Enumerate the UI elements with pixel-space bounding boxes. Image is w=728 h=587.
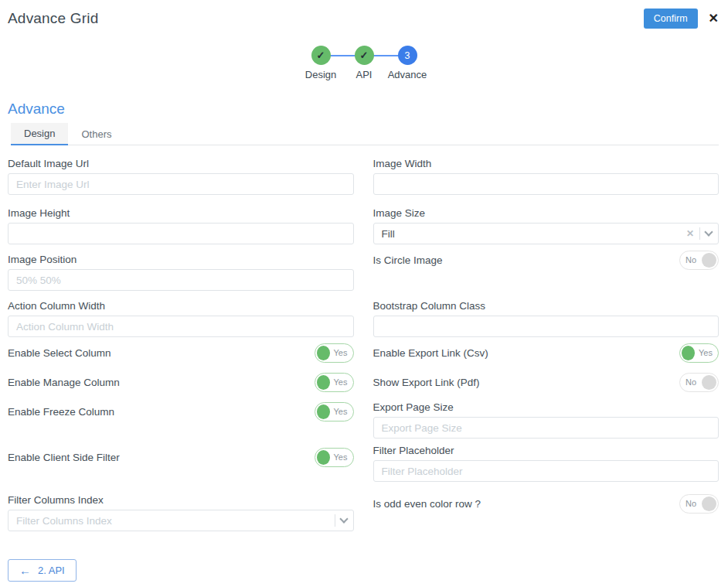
toggle-state-label: No: [682, 377, 700, 387]
tab-others[interactable]: Others: [68, 124, 124, 145]
enable-export-link-csv-toggle[interactable]: Yes: [679, 343, 719, 363]
is-odd-even-color-row-toggle[interactable]: No: [679, 494, 719, 514]
footer: ← 2. API: [8, 559, 728, 582]
action-column-width-input[interactable]: [8, 316, 354, 337]
field-export-page-size: Export Page Size: [373, 401, 719, 439]
toggle-state-label: Yes: [330, 407, 352, 416]
left-arrow-icon: ←: [19, 565, 31, 576]
toggle-state-label: Yes: [330, 348, 352, 357]
header: Advance Grid Confirm ✕: [0, 0, 728, 35]
back-to-api-button[interactable]: ← 2. API: [8, 559, 77, 582]
toggle-row-enable-select-column: Enable Select Column Yes: [8, 342, 354, 363]
field-filter-placeholder: Filter Placeholder: [373, 445, 719, 482]
field-action-column-width: Action Column Width: [8, 300, 354, 337]
step-api: ✓ API: [342, 46, 386, 80]
step-label-design: Design: [305, 69, 336, 80]
toggle-label: Enable Select Column: [8, 347, 111, 359]
step-design: ✓ Design: [299, 46, 342, 80]
toggle-row-show-export-link-pdf: Show Export Link (Pdf) No: [373, 371, 719, 393]
toggle-knob: [702, 497, 716, 511]
step-label-api: API: [356, 69, 373, 80]
filter-columns-index-select[interactable]: Filter Columns Index: [8, 510, 354, 531]
header-actions: Confirm ✕: [644, 9, 719, 29]
chevron-down-icon[interactable]: [339, 514, 348, 523]
toggle-row-enable-client-side-filter: Enable Client Side Filter Yes: [8, 446, 354, 468]
select-icons: ✕: [686, 227, 712, 240]
toggle-knob: [682, 346, 695, 360]
confirm-button[interactable]: Confirm: [644, 9, 698, 29]
field-default-image-url: Default Image Url: [8, 158, 354, 195]
image-position-input[interactable]: [8, 269, 354, 291]
enable-freeze-column-toggle[interactable]: Yes: [315, 402, 354, 421]
back-button-label: 2. API: [38, 565, 65, 576]
field-label: Image Position: [8, 254, 354, 265]
show-export-link-pdf-toggle[interactable]: No: [679, 373, 719, 392]
toggle-row-enable-export-link-csv: Enable Export Link (Csv) Yes: [373, 342, 719, 363]
step-label-advance: Advance: [388, 69, 427, 80]
step-circle-advance[interactable]: 3: [398, 46, 417, 65]
check-icon: ✓: [317, 49, 325, 61]
stepper-wrap: ✓ Design ✓ API 3 Advance: [0, 46, 728, 80]
toggle-label: Enable Manage Column: [8, 377, 120, 388]
field-label: Bootstrap Column Class: [373, 300, 719, 312]
toggle-label: Show Export Link (Pdf): [373, 377, 480, 388]
check-icon: ✓: [360, 49, 369, 61]
enable-select-column-toggle[interactable]: Yes: [315, 343, 354, 363]
field-label: Filter Placeholder: [373, 445, 719, 456]
enable-manage-column-toggle[interactable]: Yes: [315, 373, 354, 392]
toggle-knob: [317, 375, 330, 390]
clear-icon[interactable]: ✕: [686, 228, 694, 239]
toggle-state-label: Yes: [695, 348, 716, 357]
field-label: Image Width: [373, 158, 719, 169]
toggle-knob: [702, 253, 716, 268]
field-label: Image Size: [373, 207, 719, 219]
field-image-size: Image Size Fill ✕: [373, 207, 719, 244]
toggle-row-enable-freeze-column: Enable Freeze Column Yes: [8, 401, 354, 422]
toggle-row-is-circle-image: Is Circle Image No: [373, 249, 719, 271]
enable-client-side-filter-toggle[interactable]: Yes: [315, 448, 354, 467]
toggle-knob: [317, 450, 330, 465]
toggle-knob: [702, 375, 716, 390]
toggle-state-label: No: [682, 255, 700, 264]
image-width-input[interactable]: [373, 173, 719, 195]
filter-placeholder-input[interactable]: [373, 460, 719, 482]
tabbar: Design Others: [11, 123, 719, 145]
chevron-down-icon[interactable]: [704, 227, 713, 236]
toggle-label: Is odd even color row ?: [373, 498, 481, 510]
toggle-row-is-odd-even-color-row: Is odd even color row ? No: [373, 493, 719, 514]
toggle-knob: [317, 404, 330, 419]
toggle-label: Enable Client Side Filter: [8, 452, 120, 463]
step-circle-design[interactable]: ✓: [311, 46, 331, 65]
field-label: Default Image Url: [8, 158, 354, 169]
field-label: Export Page Size: [373, 401, 719, 413]
close-icon[interactable]: ✕: [709, 12, 719, 25]
field-image-position: Image Position: [8, 254, 354, 291]
step-circle-api[interactable]: ✓: [355, 46, 374, 65]
toggle-label: Enable Export Link (Csv): [373, 347, 488, 359]
toggle-label: Enable Freeze Column: [8, 406, 114, 418]
export-page-size-input[interactable]: [373, 417, 719, 439]
field-filter-columns-index: Filter Columns Index Filter Columns Inde…: [8, 494, 354, 531]
bootstrap-column-class-input[interactable]: [373, 316, 719, 337]
field-image-height: Image Height: [8, 207, 354, 244]
tab-design[interactable]: Design: [11, 123, 68, 145]
is-circle-image-toggle[interactable]: No: [679, 251, 719, 270]
default-image-url-input[interactable]: [8, 173, 354, 195]
select-placeholder: Filter Columns Index: [16, 515, 335, 527]
toggle-knob: [317, 346, 330, 360]
select-value: Fill: [382, 228, 686, 240]
page-title: Advance Grid: [8, 10, 99, 27]
toggle-state-label: No: [682, 499, 700, 508]
field-image-width: Image Width: [373, 158, 719, 195]
form-column-right: Image Width Image Size Fill ✕ Is Circle …: [373, 158, 719, 514]
field-label: Filter Columns Index: [8, 494, 354, 506]
toggle-state-label: Yes: [330, 377, 352, 387]
toggle-state-label: Yes: [330, 452, 352, 462]
select-icons: [335, 514, 347, 527]
image-size-select[interactable]: Fill ✕: [373, 223, 719, 244]
field-label: Action Column Width: [8, 300, 354, 312]
toggle-label: Is Circle Image: [373, 254, 443, 266]
image-height-input[interactable]: [8, 223, 354, 244]
field-label: Image Height: [8, 207, 354, 219]
separator: [335, 514, 335, 527]
